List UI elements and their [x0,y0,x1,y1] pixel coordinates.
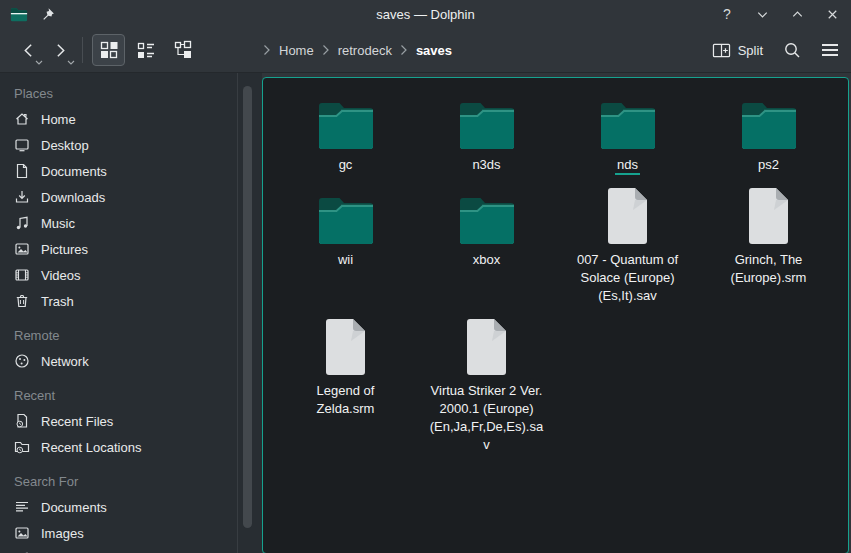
sidebar-item-label: Desktop [41,138,89,153]
sidebar-section-title: Recent [0,387,262,404]
file-item-grinch[interactable]: Grinch, The (Europe).srm [698,187,839,305]
sidebar-item-label: Documents [41,500,107,515]
folder-view: gc n3ds nds ps2 wii xbox 007 - Quantum o… [262,77,849,553]
back-history-caret-icon [35,60,43,65]
back-button[interactable] [12,35,44,65]
folder-icon [458,92,516,150]
hamburger-menu-icon[interactable] [821,43,839,57]
sidebar-item-label: Home [41,112,76,127]
sidebar-item-recent-locations[interactable]: Recent Locations [0,434,262,460]
view-mode-details-button[interactable] [129,34,162,66]
breadcrumb-item-home[interactable]: Home [279,43,314,58]
sidebar-item-audio[interactable]: Audio [0,546,262,553]
desktop-icon [14,137,30,153]
sidebar-item-label: Recent Locations [41,440,141,455]
sidebar-section-title: Places [0,85,262,102]
sidebar-scrollbar-track [237,73,238,553]
sidebar-section-title: Search For [0,473,262,490]
sidebar-item-label: Music [41,216,75,231]
sidebar-item-trash[interactable]: Trash [0,288,262,314]
sidebar-item-videos[interactable]: Videos [0,262,262,288]
breadcrumb-chevron-icon [263,44,271,56]
file-item-legend[interactable]: Legend of Zelda.srm [275,318,416,454]
split-view-icon [712,42,731,59]
sidebar-item-documents[interactable]: Documents [0,158,262,184]
network-icon [14,353,30,369]
breadcrumb: Home retrodeck saves [263,28,452,72]
maximize-button[interactable] [788,5,806,23]
toolbar-separator [82,37,83,63]
sidebar-item-network[interactable]: Network [0,348,262,374]
sidebar-item-label: Videos [41,268,81,283]
close-button[interactable] [823,5,841,23]
breadcrumb-item-retrodeck[interactable]: retrodeck [338,43,392,58]
sidebar-item-downloads[interactable]: Downloads [0,184,262,210]
sidebar-item-desktop[interactable]: Desktop [0,132,262,158]
file-item-virtua[interactable]: Virtua Striker 2 Ver. 2000.1 (Europe) (E… [416,318,557,454]
file-item-label: nds [615,156,640,174]
breadcrumb-item-saves[interactable]: saves [416,43,452,58]
minimize-button[interactable] [753,5,771,23]
music-icon [14,215,30,231]
places-list: Places Home Desktop Documents Downloads … [0,73,262,553]
forward-button[interactable] [44,35,76,65]
folder-item-wii[interactable]: wii [275,187,416,305]
sidebar-item-label: Recent Files [41,414,113,429]
sidebar-item-label: Pictures [41,242,88,257]
sidebar-item-label: Documents [41,164,107,179]
file-icon [605,187,650,245]
sidebar-section-title: Remote [0,327,262,344]
file-item-label: n3ds [472,156,500,174]
folder-icon [317,92,375,150]
video-icon [14,267,30,283]
sidebar-item-music[interactable]: Music [0,210,262,236]
sidebar-item-recent-files[interactable]: Recent Files [0,408,262,434]
file-item-label: Grinch, The (Europe).srm [710,251,828,287]
file-item-label: Virtua Striker 2 Ver. 2000.1 (Europe) (E… [428,382,546,454]
view-mode-group [92,34,199,66]
sidebar-item-images[interactable]: Images [0,520,262,546]
file-item-label: 007 - Quantum of Solace (Europe) (Es,It)… [569,251,687,305]
download-icon [14,189,30,205]
breadcrumb-chevron-icon [322,44,330,56]
folder-item-n3ds[interactable]: n3ds [416,92,557,174]
sidebar-item-documents[interactable]: Documents [0,494,262,520]
image-icon [14,241,30,257]
folder-item-xbox[interactable]: xbox [416,187,557,305]
folder-item-gc[interactable]: gc [275,92,416,174]
sidebar-item-label: Network [41,354,89,369]
trash-icon [14,293,30,309]
folder-icon [599,92,657,150]
document-icon [14,163,30,179]
file-item-label: xbox [473,251,500,269]
file-icon [464,318,509,376]
file-grid: gc n3ds nds ps2 wii xbox 007 - Quantum o… [263,78,848,454]
sidebar-scrollbar-thumb[interactable] [243,86,252,528]
dolphin-folder-icon [10,5,28,23]
help-button[interactable]: ? [718,5,736,23]
pin-icon[interactable] [38,5,56,23]
sidebar-item-label: Trash [41,294,74,309]
file-item-007[interactable]: 007 - Quantum of Solace (Europe) (Es,It)… [557,187,698,305]
file-item-label: wii [338,251,353,269]
titlebar: saves — Dolphin ? [0,0,851,28]
sidebar-item-label: Images [41,526,84,541]
recent-folder-icon [14,439,30,455]
split-button-label: Split [738,43,763,58]
forward-history-caret-icon [67,60,75,65]
folder-item-ps2[interactable]: ps2 [698,92,839,174]
text-lines-icon [14,499,30,515]
split-button[interactable]: Split [712,42,763,59]
sidebar-item-home[interactable]: Home [0,106,262,132]
home-icon [14,111,30,127]
folder-item-nds[interactable]: nds [557,92,698,174]
sidebar-item-label: Downloads [41,190,105,205]
sidebar-item-pictures[interactable]: Pictures [0,236,262,262]
view-mode-icons-button[interactable] [92,34,125,66]
file-icon [746,187,791,245]
search-icon[interactable] [783,41,801,59]
places-panel: Places Home Desktop Documents Downloads … [0,73,262,553]
folder-icon [317,187,375,245]
file-item-label: gc [339,156,353,174]
view-mode-tree-button[interactable] [166,34,199,66]
